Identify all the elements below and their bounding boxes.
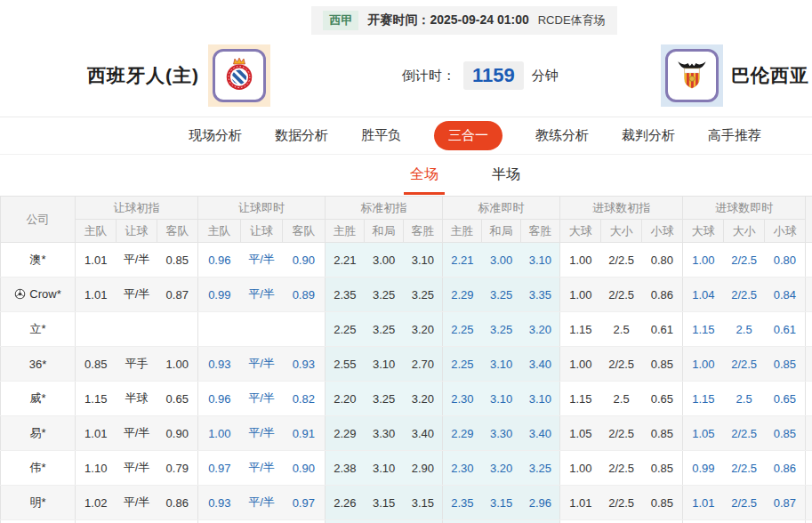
odds-cell: 0.85 <box>765 347 806 382</box>
odds-cell: 0.99 <box>198 278 241 312</box>
odds-cell: 1.04 <box>683 278 724 312</box>
odds-cell: 1.00 <box>560 347 601 382</box>
subtab-half-match[interactable]: 半场 <box>486 165 527 195</box>
odds-cell: 0.65 <box>642 520 683 523</box>
odds-cell: 1.20 <box>683 520 724 523</box>
table-row: Interwet*0.80平手0.900.60平手1.252.603.202.7… <box>1 520 812 523</box>
odds-cell: 2/2.5 <box>601 347 642 382</box>
odds-cell: 0.80 <box>765 243 806 278</box>
odds-cell: 3.20 <box>404 312 443 347</box>
valencia-crest-icon <box>672 54 712 97</box>
table-row: 澳*1.01平/半0.850.96平/半0.902.213.003.102.21… <box>1 243 812 278</box>
cutoff-column-cell <box>806 347 812 382</box>
company-cell[interactable]: 易* <box>1 416 76 451</box>
tab-win-draw-loss[interactable]: 胜平负 <box>361 127 401 144</box>
odds-cell: 平手 <box>241 520 283 523</box>
away-team-badge <box>661 44 723 107</box>
odds-cell: 0.63 <box>765 520 806 523</box>
odds-cell: 0.90 <box>157 520 198 523</box>
odds-cell: 1.00 <box>157 347 198 382</box>
sub-header-3-2: 客胜 <box>521 220 560 243</box>
company-cell[interactable]: 伟* <box>1 451 76 486</box>
company-cell[interactable]: 立* <box>1 312 76 347</box>
odds-cell: 平/半 <box>117 486 157 520</box>
odds-cell: 1.15 <box>560 520 601 523</box>
odds-cell: 0.96 <box>198 382 241 416</box>
odds-cell: 平手 <box>117 347 157 382</box>
group-header-2: 标准初指 <box>326 197 443 220</box>
odds-cell: 1.00 <box>198 416 241 451</box>
tab-data-analysis[interactable]: 数据分析 <box>275 127 328 144</box>
company-name: 伟* <box>29 460 45 476</box>
odds-cell: 0.96 <box>198 243 241 278</box>
odds-cell: 1.02 <box>76 486 117 520</box>
cutoff-column-cell <box>806 520 812 523</box>
table-row: 立*2.253.253.202.253.253.201.152.50.611.1… <box>1 312 812 347</box>
odds-cell: 0.65 <box>642 382 683 416</box>
odds-cell: 2/2.5 <box>724 416 765 451</box>
odds-cell: 1.25 <box>283 520 326 523</box>
tab-coach-analysis[interactable]: 教练分析 <box>535 127 589 144</box>
home-team-name: 西班牙人(主) <box>87 63 199 88</box>
odds-cell: 1.15 <box>683 312 724 347</box>
odds-cell: 2.29 <box>443 278 482 312</box>
odds-cell: 3.25 <box>365 312 404 347</box>
odds-cell: 平/半 <box>241 278 283 312</box>
company-cell[interactable]: Crow* <box>1 278 76 312</box>
odds-cell: 2.55 <box>326 347 365 382</box>
odds-cell: 3.15 <box>404 486 443 520</box>
cutoff-column-cell <box>806 312 812 347</box>
sub-header-5-1: 大小 <box>724 220 765 243</box>
odds-cell: 3.20 <box>521 312 560 347</box>
odds-cell: 2/2.5 <box>724 486 765 520</box>
odds-cell: 3.30 <box>482 416 521 451</box>
odds-cell: 3.10 <box>365 347 404 382</box>
tab-referee-analysis[interactable]: 裁判分析 <box>622 127 675 144</box>
odds-cell: 3.20 <box>404 382 443 416</box>
company-cell[interactable]: 36* <box>1 347 76 382</box>
odds-cell: 2.90 <box>404 451 443 486</box>
company-name: 明* <box>29 495 45 511</box>
odds-cell: 平手 <box>117 520 157 523</box>
countdown-label: 倒计时： <box>402 68 455 84</box>
sub-header-5-0: 大球 <box>683 220 724 243</box>
odds-cell: 平/半 <box>117 451 157 486</box>
odds-cell: 平/半 <box>241 451 283 486</box>
odds-cell: 1.01 <box>76 278 117 312</box>
odds-cell: 1.10 <box>76 451 117 486</box>
odds-cell: 0.86 <box>765 451 806 486</box>
odds-cell: 2/2.5 <box>724 243 765 278</box>
company-cell[interactable]: 威* <box>1 382 76 416</box>
odds-cell: 平/半 <box>117 416 157 451</box>
company-cell[interactable]: 澳* <box>1 243 76 278</box>
sub-header-5-2: 小球 <box>765 220 806 243</box>
col-header-company: 公司 <box>1 197 76 243</box>
odds-cell: 0.93 <box>198 486 241 520</box>
odds-cell: 0.65 <box>157 382 198 416</box>
cutoff-column-header <box>806 197 812 243</box>
countdown-unit: 分钟 <box>532 68 559 84</box>
odds-cell: 2/2.5 <box>724 347 765 382</box>
group-header-3: 标准即时 <box>443 197 560 220</box>
odds-cell: 3.40 <box>404 416 443 451</box>
sub-header-0-1: 让球 <box>117 220 157 243</box>
company-cell[interactable]: 明* <box>1 486 76 520</box>
sub-header-0-0: 主队 <box>76 220 117 243</box>
odds-cell: 1.00 <box>683 347 724 382</box>
tab-live-analysis[interactable]: 现场分析 <box>189 127 242 144</box>
tab-expert-picks[interactable]: 高手推荐 <box>708 127 761 144</box>
tab-three-in-one[interactable]: 三合一 <box>434 121 502 150</box>
odds-cell: 1.01 <box>560 486 601 520</box>
table-row: 易*1.01平/半0.901.00平/半0.912.293.303.402.29… <box>1 416 812 451</box>
sub-header-1-0: 主队 <box>198 220 241 243</box>
odds-cell: 3.20 <box>482 451 521 486</box>
odds-cell: 3.00 <box>482 243 521 278</box>
odds-cell: 0.91 <box>283 416 326 451</box>
company-cell[interactable]: Interwet* <box>1 520 76 523</box>
odds-cell: 3.25 <box>521 451 560 486</box>
odds-cell: 1.01 <box>683 486 724 520</box>
group-header-5: 进球数即时 <box>683 197 806 220</box>
subtab-full-match[interactable]: 全场 <box>404 165 445 195</box>
odds-cell: 2.5 <box>724 382 765 416</box>
venue-label: RCDE体育场 <box>538 12 606 28</box>
